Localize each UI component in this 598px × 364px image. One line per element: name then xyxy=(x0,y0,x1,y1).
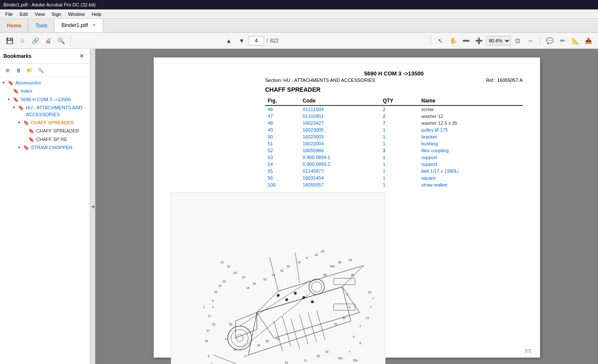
part-code: 16023427 xyxy=(300,120,380,126)
bookmark-chaff-child1[interactable]: 🔖 CHAFF SPREADER xyxy=(0,127,90,135)
zoom-select[interactable]: 80.6% 50% 75% 100% 125% 150% xyxy=(486,36,511,45)
sidebar-layout-btn[interactable]: ⊞ xyxy=(3,66,12,75)
svg-text:6: 6 xyxy=(353,335,355,338)
part-qty: 2 xyxy=(380,105,419,113)
share-btn[interactable]: 🔗 xyxy=(29,35,41,47)
part-name: bracket xyxy=(419,133,522,140)
sidebar-header-icons: ✕ xyxy=(77,51,86,61)
part-name: straw walker xyxy=(419,181,522,188)
svg-text:55: 55 xyxy=(229,323,232,326)
svg-text:50x: 50x xyxy=(338,357,343,360)
sidebar-collapse-handle[interactable]: ◀ xyxy=(90,49,95,364)
part-qty: 1 xyxy=(380,133,419,140)
fit-page-btn[interactable]: ⊡ xyxy=(512,35,524,47)
menu-file[interactable]: File xyxy=(2,11,16,18)
tab-binder-label: Binder1.pdf xyxy=(61,22,88,28)
doc-main-title: 5690 H COM 3 ->13500 xyxy=(265,70,523,77)
highlight-btn[interactable]: ✏ xyxy=(557,35,569,47)
part-qty: 1 xyxy=(380,168,419,174)
zoom-in-btn[interactable]: ➕ xyxy=(473,35,485,47)
svg-text:36: 36 xyxy=(323,274,326,277)
bookmark-chaff-spreader-parent[interactable]: ▼ 🔖 CHAFF SPREADER xyxy=(0,119,90,127)
bookmark-text-chaff-c1: CHAFF SPREADER xyxy=(36,128,79,134)
sidebar: Bookmarks ✕ ⊞ 🗑 📂 🔍 ▼ 🔖 Accessories 🔖 xyxy=(0,49,90,364)
tab-home-label: Home xyxy=(7,23,21,29)
tab-home[interactable]: Home xyxy=(0,19,28,32)
table-row: 49160230051pulley Ø 175 xyxy=(265,126,523,133)
bookmark-btn[interactable]: ☆ xyxy=(16,35,28,47)
page-number: 2/2 xyxy=(525,348,531,353)
tab-tools[interactable]: Tools xyxy=(28,19,55,32)
bookmark-index[interactable]: 🔖 Index xyxy=(0,87,90,95)
table-row: 46011115042screw xyxy=(265,105,523,113)
sidebar-expand-btn[interactable]: 📂 xyxy=(25,66,34,75)
table-row: 56160314541square xyxy=(265,174,523,181)
tab-binder[interactable]: Binder1.pdf ✕ xyxy=(55,19,103,32)
part-fig: 52 xyxy=(265,147,301,154)
part-qty: 7 xyxy=(380,120,419,126)
tab-close-icon[interactable]: ✕ xyxy=(92,23,96,27)
svg-text:10: 10 xyxy=(242,276,245,279)
menu-view[interactable]: View xyxy=(31,11,49,18)
svg-point-13 xyxy=(277,294,279,297)
col-fig: Fig. xyxy=(265,96,301,105)
menu-edit[interactable]: Edit xyxy=(16,11,31,18)
part-name: belt 1/17 x 1990Li xyxy=(419,168,522,174)
expand-icon-hu: ▼ xyxy=(12,105,17,110)
svg-text:50x: 50x xyxy=(353,359,358,362)
sidebar-close-btn[interactable]: ✕ xyxy=(77,51,86,61)
part-code: 16023004 xyxy=(300,140,380,147)
bookmark-text-chaff-c2: CHAFF SP RE xyxy=(36,136,67,143)
print-btn[interactable]: 🖨 xyxy=(42,35,54,47)
markup-btn[interactable]: 📐 xyxy=(570,35,582,47)
doc-header: 5690 H COM 3 ->13500 Section: HU - ATTAC… xyxy=(265,70,523,83)
bookmark-5690[interactable]: ▼ 🔖 5690 H COM 3 ->13500 xyxy=(0,96,90,104)
svg-text:53: 53 xyxy=(276,337,279,340)
export-btn[interactable]: 📤 xyxy=(583,35,595,47)
svg-text:30: 30 xyxy=(342,316,346,319)
zoom-out-btn[interactable]: ➖ xyxy=(460,35,472,47)
pan-btn[interactable]: ✋ xyxy=(447,35,459,47)
svg-text:52: 52 xyxy=(214,291,217,294)
sidebar-delete-btn[interactable]: 🗑 xyxy=(14,66,23,75)
svg-text:9: 9 xyxy=(212,299,213,302)
part-fig: 56 xyxy=(265,174,301,181)
svg-text:6: 6 xyxy=(359,342,361,345)
bookmark-icon-index: 🔖 xyxy=(13,88,19,94)
svg-text:8: 8 xyxy=(306,256,307,259)
prev-page-btn[interactable]: ▲ xyxy=(223,35,235,47)
doc-page-title: CHAFF SPREADER xyxy=(265,86,523,93)
bookmark-accessories[interactable]: ▼ 🔖 Accessories xyxy=(0,79,90,87)
svg-text:22: 22 xyxy=(227,265,230,268)
table-row: 50160230031bracket xyxy=(265,133,523,140)
bookmark-chaff-child2[interactable]: 🔖 CHAFF SP RE xyxy=(0,135,90,144)
separator-1 xyxy=(70,36,71,46)
menu-sign[interactable]: Sign xyxy=(48,11,64,18)
part-name: screw xyxy=(419,105,522,113)
expand-icon-5690: ▼ xyxy=(7,97,12,102)
page-number-input[interactable] xyxy=(249,36,264,45)
cursor-btn[interactable]: ↖ xyxy=(434,35,446,47)
bookmark-icon-hu: 🔖 xyxy=(18,105,24,111)
nav-group: ▲ ▼ / 822 xyxy=(223,35,279,47)
diagram-area: 55 12 22 17 18 36 53 19 19 20 11 20 xyxy=(171,193,523,364)
fit-width-btn[interactable]: ↔ xyxy=(525,35,537,47)
part-fig: 53 xyxy=(265,154,301,161)
pdf-area[interactable]: 5690 H COM 3 ->13500 Section: HU - ATTAC… xyxy=(95,49,598,364)
bookmark-straw-chopper[interactable]: ▼ 🔖 STRAW CHOPPER xyxy=(0,144,90,152)
next-page-btn[interactable]: ▼ xyxy=(236,35,248,47)
svg-text:18: 18 xyxy=(325,350,328,353)
svg-text:22: 22 xyxy=(233,348,237,351)
comment-btn[interactable]: 💬 xyxy=(544,35,556,47)
menu-help[interactable]: Help xyxy=(88,11,105,18)
bookmark-hu[interactable]: ▼ 🔖 HU - ATTACHMENTS AND ACCESSORIES xyxy=(0,104,90,119)
menu-window[interactable]: Window xyxy=(64,11,88,18)
svg-text:11: 11 xyxy=(304,359,307,362)
save-btn[interactable]: 💾 xyxy=(3,35,15,47)
table-row: 100160550571straw walker xyxy=(265,181,523,188)
sidebar-search-btn[interactable]: 🔍 xyxy=(36,66,46,75)
col-code: Code xyxy=(300,96,380,105)
svg-text:19: 19 xyxy=(284,361,288,364)
bookmark-icon-5690: 🔖 xyxy=(13,97,19,102)
find-btn[interactable]: 🔍 xyxy=(55,35,67,47)
